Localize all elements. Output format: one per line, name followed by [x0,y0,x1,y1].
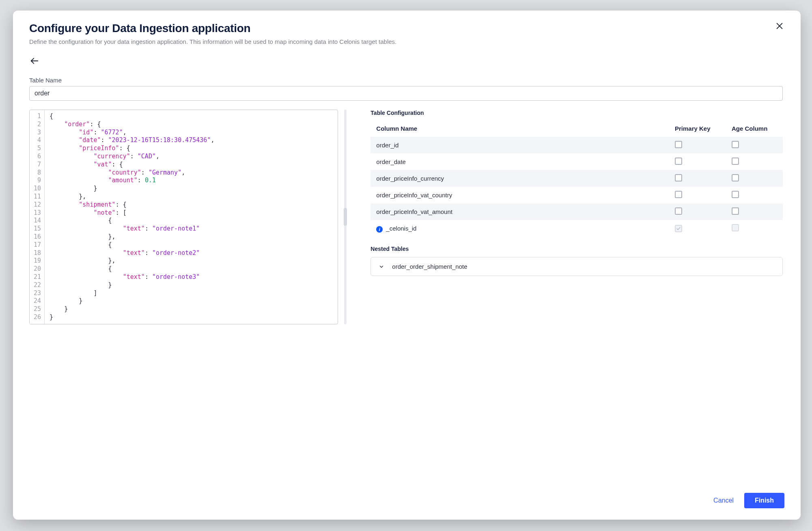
columns-table: Column Name Primary Key Age Column order… [370,121,783,237]
modal-body: Table Name 12345678910111213141516171819… [29,56,784,486]
column-name-cell: order_priceInfo_vat_country [370,187,669,203]
nested-table-row[interactable]: order_order_shipment_note [370,257,783,276]
column-name-cell: order_priceInfo_vat_amount [370,203,669,220]
primary-key-checkbox[interactable] [675,174,682,181]
age-column-checkbox[interactable] [732,174,739,181]
column-name-label: order_priceInfo_vat_amount [376,208,452,215]
configure-modal: Configure your Data Ingestion applicatio… [13,11,801,520]
column-name-label: order_id [376,142,398,149]
table-config-heading: Table Configuration [370,110,783,116]
config-pane: Table Configuration Column Name Primary … [353,110,783,324]
back-button[interactable] [29,56,40,67]
column-name-label: order_priceInfo_currency [376,175,444,182]
chevron-down-icon [378,263,385,270]
json-editor[interactable]: 1234567891011121314151617181920212223242… [29,110,338,324]
nested-tables-heading: Nested Tables [370,246,783,252]
pane-splitter[interactable] [338,110,353,324]
age-column-checkbox[interactable] [732,158,739,165]
cancel-button[interactable]: Cancel [713,497,734,504]
close-icon [775,22,784,32]
table-row: order_id [370,137,783,153]
finish-button[interactable]: Finish [744,493,784,508]
column-name-label: _celonis_id [386,225,416,232]
table-row: order_priceInfo_currency [370,170,783,187]
column-name-cell: order_id [370,137,669,153]
age-column-checkbox[interactable] [732,207,739,215]
col-header-pk: Primary Key [669,121,726,137]
splitter-handle-icon [344,208,347,226]
modal-footer: Cancel Finish [29,486,784,508]
arrow-left-icon [29,56,40,67]
table-row: i_celonis_id [370,220,783,237]
primary-key-checkbox[interactable] [675,141,682,148]
info-icon[interactable]: i [376,226,383,233]
json-editor-pane: 1234567891011121314151617181920212223242… [29,110,338,324]
column-name-label: order_date [376,158,406,165]
table-row: order_date [370,153,783,170]
code-content[interactable]: { "order": { "id": "6772", "date": "2023… [45,110,338,324]
nested-table-name: order_order_shipment_note [392,263,467,270]
age-column-checkbox[interactable] [732,141,739,148]
table-row: order_priceInfo_vat_amount [370,203,783,220]
column-name-label: order_priceInfo_vat_country [376,192,452,199]
table-name-label: Table Name [29,77,783,84]
age-column-checkbox[interactable] [732,191,739,198]
primary-key-checkbox[interactable] [675,191,682,198]
col-header-name: Column Name [370,121,669,137]
close-button[interactable] [772,19,787,34]
primary-key-checkbox [675,225,682,232]
modal-title: Configure your Data Ingestion applicatio… [29,22,784,35]
column-name-cell: order_date [370,153,669,170]
col-header-age: Age Column [726,121,783,137]
column-name-cell: order_priceInfo_currency [370,170,669,187]
primary-key-checkbox[interactable] [675,158,682,165]
column-name-cell: i_celonis_id [370,220,669,237]
modal-header: Configure your Data Ingestion applicatio… [29,22,784,56]
table-row: order_priceInfo_vat_country [370,187,783,203]
modal-subtitle: Define the configuration for your data i… [29,38,784,45]
table-name-input[interactable] [29,86,783,101]
primary-key-checkbox[interactable] [675,207,682,215]
age-column-checkbox [732,224,739,231]
line-numbers: 1234567891011121314151617181920212223242… [30,110,45,324]
